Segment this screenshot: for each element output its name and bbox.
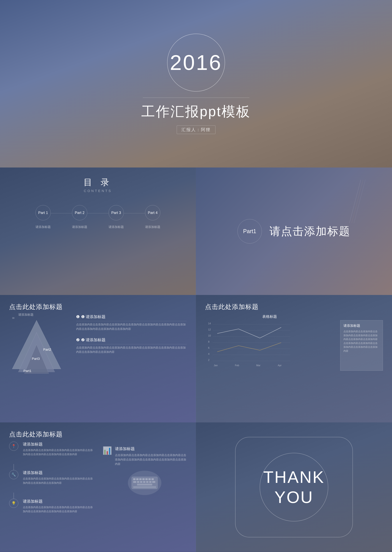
part-circle-1: Part 1 bbox=[35, 205, 51, 220]
svg-rect-35 bbox=[133, 481, 136, 483]
part-subtitle-3: 请添加标题 bbox=[109, 225, 124, 229]
slide6-title: 点击此处添加标题 bbox=[9, 431, 63, 438]
contents-title-main: 目 录 bbox=[9, 177, 187, 188]
part1-circle: Part1 bbox=[238, 219, 262, 243]
part-item-1[interactable]: Part 1 请添加标题 bbox=[35, 205, 51, 229]
svg-line-0 bbox=[349, 180, 361, 223]
svg-rect-37 bbox=[140, 481, 142, 483]
chart-right-title: 请添加标题 bbox=[343, 323, 380, 328]
svg-rect-41 bbox=[152, 481, 155, 483]
svg-rect-44 bbox=[235, 437, 353, 537]
part-label-1: Part 1 bbox=[38, 211, 48, 215]
content-block-1: ❶ ❶ 请添加标题 点击添加内容点击添加内容点击添加内容点击添加内容点击添加内容… bbox=[76, 314, 187, 331]
block1-icon: ❶ bbox=[76, 314, 80, 319]
part-circle-4: Part 4 bbox=[145, 205, 160, 220]
block2-icon: ❷ bbox=[76, 338, 80, 342]
timeline-title-2: 请添加标题 bbox=[23, 470, 93, 475]
timeline-item-2: 🔧 请添加标题 点击添加内容点击添加内容点击添加内容点击添加内容点击添加内容点击… bbox=[9, 470, 93, 485]
triangle-area: 请添加标题 ✉ Part3 Part2 Part1 bbox=[9, 314, 187, 376]
timeline-right-title: 请添加标题 bbox=[115, 446, 187, 452]
svg-rect-33 bbox=[148, 478, 151, 480]
svg-text:Mar: Mar bbox=[256, 364, 260, 367]
contents-parts: Part 1 请添加标题 Part 2 请添加标题 Part 3 bbox=[9, 205, 187, 229]
svg-line-2 bbox=[354, 180, 365, 223]
part-label-3: Part 3 bbox=[111, 211, 121, 215]
svg-rect-40 bbox=[149, 481, 152, 483]
svg-text:Part1: Part1 bbox=[23, 369, 32, 373]
svg-text:2: 2 bbox=[208, 359, 210, 361]
timeline-connector-1 bbox=[14, 464, 14, 470]
chart-right-info: 请添加标题 点击添加内容点击添加内容点击添加内容点击添加内容点击添加内容点击添加… bbox=[340, 320, 383, 371]
part-label-4: Part 4 bbox=[148, 211, 158, 215]
slide4-title: 点击此处添加标题 bbox=[9, 303, 63, 310]
svg-rect-38 bbox=[143, 481, 145, 483]
timeline-icon-1: 📍 bbox=[9, 442, 18, 451]
svg-text:Feb: Feb bbox=[235, 364, 239, 367]
content-block-2-title: ❷ ❷ 请添加标题 bbox=[76, 337, 187, 343]
triangle-svg: Part3 Part2 Part1 bbox=[9, 317, 64, 375]
timeline-text-1: 点击添加内容点击添加内容点击添加内容点击添加内容点击添加内容点击添加内容点击添加… bbox=[23, 448, 93, 456]
triangle-right: ❶ ❶ 请添加标题 点击添加内容点击添加内容点击添加内容点击添加内容点击添加内容… bbox=[67, 314, 187, 360]
timeline-content-1: 请添加标题 点击添加内容点击添加内容点击添加内容点击添加内容点击添加内容点击添加… bbox=[23, 442, 93, 456]
triangle-left-label: 请添加标题 bbox=[18, 313, 34, 317]
chart-area: 表格标题 14 12 10 8 6 4 2 bbox=[205, 314, 383, 371]
timeline-title-3: 请添加标题 bbox=[23, 499, 93, 504]
svg-rect-29 bbox=[136, 478, 139, 480]
svg-rect-32 bbox=[145, 478, 148, 480]
cover-subtitle-box: 汇报人：阿狸 bbox=[177, 126, 215, 134]
svg-line-1 bbox=[352, 180, 363, 223]
timeline-layout: 📍 请添加标题 点击添加内容点击添加内容点击添加内容点击添加内容点击添加内容点击… bbox=[9, 442, 187, 521]
triangle-mail-icon: ✉ bbox=[12, 316, 14, 320]
cover-title: 工作汇报ppt模板 bbox=[141, 102, 251, 121]
svg-text:Apr: Apr bbox=[278, 364, 282, 367]
slide5-title: 点击此处添加标题 bbox=[205, 303, 259, 310]
triangle-left: 请添加标题 ✉ Part3 Part2 Part1 bbox=[9, 314, 67, 376]
part-item-4[interactable]: Part 4 请添加标题 bbox=[145, 205, 160, 229]
svg-text:8: 8 bbox=[208, 340, 210, 343]
svg-text:10: 10 bbox=[208, 334, 211, 337]
contents-title-sub: CONTENTS bbox=[9, 189, 187, 193]
timeline-left: 📍 请添加标题 点击添加内容点击添加内容点击添加内容点击添加内容点击添加内容点击… bbox=[9, 442, 93, 521]
line-chart-svg: 14 12 10 8 6 4 2 bbox=[205, 321, 293, 370]
slide-triangle: 点击此处添加标题 请添加标题 ✉ Part3 P bbox=[0, 295, 196, 422]
cover-year: 2016 bbox=[170, 50, 222, 75]
svg-text:Part3: Part3 bbox=[32, 357, 40, 361]
svg-text:Part2: Part2 bbox=[43, 348, 51, 351]
slide-row-2: 目 录 CONTENTS Part 1 请添加标题 Part 2 请添 bbox=[0, 168, 392, 295]
timeline-right-text: 点击添加内容点击添加内容点击添加内容点击添加内容点击添加内容点击添加内容点击添加… bbox=[115, 453, 187, 466]
svg-rect-39 bbox=[146, 481, 148, 483]
slide-chart: 点击此处添加标题 表格标题 14 12 10 8 6 4 2 bbox=[196, 295, 392, 422]
slide-contents: 目 录 CONTENTS Part 1 请添加标题 Part 2 请添 bbox=[0, 168, 196, 295]
timeline-connector-2 bbox=[14, 493, 14, 499]
part-item-3[interactable]: Part 3 请添加标题 bbox=[109, 205, 124, 229]
slide-thankyou: THANK YOU bbox=[196, 422, 392, 552]
deco-lines-icon bbox=[343, 180, 374, 225]
part-item-2[interactable]: Part 2 请添加标题 bbox=[72, 205, 87, 229]
timeline-right-text-block: 请添加标题 点击添加内容点击添加内容点击添加内容点击添加内容点击添加内容点击添加… bbox=[115, 446, 187, 466]
slide-row-3: 点击此处添加标题 请添加标题 ✉ Part3 P bbox=[0, 295, 392, 422]
part-subtitle-1: 请添加标题 bbox=[35, 225, 51, 229]
chart-title: 表格标题 bbox=[205, 314, 334, 319]
chart-box: 表格标题 14 12 10 8 6 4 2 bbox=[205, 314, 334, 371]
timeline-icon-3: 💡 bbox=[9, 499, 18, 508]
block2-text: 点击添加内容点击添加内容点击添加内容点击添加内容点击添加内容点击添加内容点击添加… bbox=[76, 346, 187, 354]
part-subtitle-2: 请添加标题 bbox=[72, 225, 87, 229]
svg-rect-30 bbox=[139, 478, 142, 480]
svg-text:4: 4 bbox=[208, 353, 210, 355]
keyboard-icon bbox=[131, 474, 158, 492]
timeline-item-1: 📍 请添加标题 点击添加内容点击添加内容点击添加内容点击添加内容点击添加内容点击… bbox=[9, 442, 93, 456]
slide-row-4: 点击此处添加标题 📍 请添加标题 点击添加内容点击添加内容点击添加内容点击添加内… bbox=[0, 422, 392, 552]
sep-line-1 bbox=[76, 321, 187, 321]
svg-rect-28 bbox=[133, 478, 135, 480]
cover-circle: 2016 bbox=[167, 34, 225, 92]
timeline-content-3: 请添加标题 点击添加内容点击添加内容点击添加内容点击添加内容点击添加内容点击添加… bbox=[23, 499, 93, 513]
content-block-2: ❷ ❷ 请添加标题 点击添加内容点击添加内容点击添加内容点击添加内容点击添加内容… bbox=[76, 337, 187, 354]
sep-line-2 bbox=[76, 344, 187, 344]
timeline-text-3: 点击添加内容点击添加内容点击添加内容点击添加内容点击添加内容点击添加内容点击添加… bbox=[23, 505, 93, 513]
cover-subtitle: 汇报人：阿狸 bbox=[182, 127, 211, 132]
contents-title: 目 录 CONTENTS bbox=[9, 177, 187, 193]
slide-timeline: 点击此处添加标题 📍 请添加标题 点击添加内容点击添加内容点击添加内容点击添加内… bbox=[0, 422, 196, 552]
slide-cover: 2016 工作汇报ppt模板 汇报人：阿狸 bbox=[0, 0, 392, 168]
svg-text:Jan: Jan bbox=[214, 364, 218, 367]
timeline-title-1: 请添加标题 bbox=[23, 442, 93, 447]
